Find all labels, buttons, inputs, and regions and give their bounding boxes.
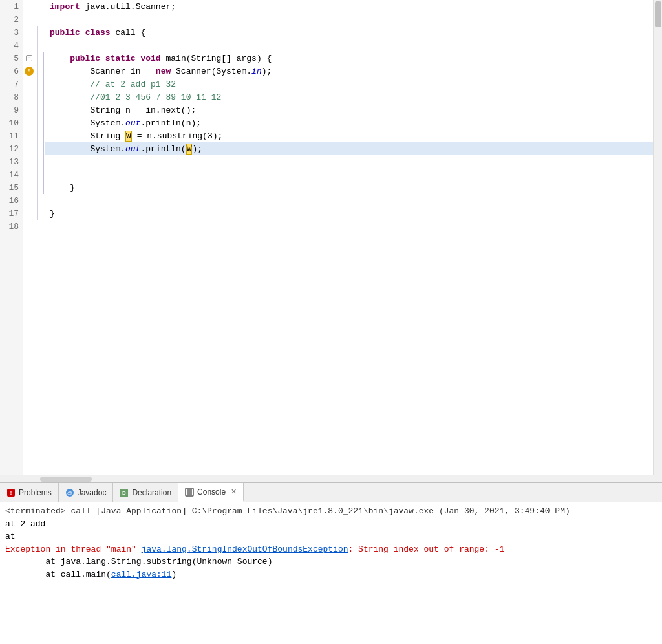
declaration-tab-label: Declaration: [132, 488, 171, 497]
h-scroll-thumb[interactable]: [40, 477, 92, 482]
bracket-cell-18: [36, 220, 45, 233]
exception-prefix: Exception in thread "main": [5, 544, 142, 554]
console-tab-label: Console: [197, 488, 226, 497]
decoration-cell-12: [23, 142, 36, 155]
console-line-0: at 2 add: [5, 518, 657, 531]
console-line-3: at java.lang.String.substring(Unknown So…: [5, 555, 657, 568]
decoration-cell-6[interactable]: !: [23, 65, 36, 78]
code-line-1: import java.util.Scanner;: [45, 0, 653, 13]
decoration-cell-1: [23, 0, 36, 13]
console-line-4: at call.main(call.java:11): [5, 568, 657, 581]
line-number-13: 13: [0, 155, 23, 168]
svg-text:!: !: [10, 489, 12, 496]
collapse-button-line-5[interactable]: −: [26, 55, 32, 61]
line-number-5: 5: [0, 52, 23, 65]
line-number-1: 1: [0, 0, 23, 13]
line-number-15: 15: [0, 181, 23, 194]
code-line-18: [45, 220, 653, 233]
tab-javadoc[interactable]: @Javadoc: [59, 483, 114, 502]
decoration-cell-4: [23, 39, 36, 52]
decoration-cell-5[interactable]: −: [23, 52, 36, 65]
code-line-11: String W = n.substring(3);: [45, 129, 653, 142]
code-line-2: [45, 13, 653, 26]
decoration-cell-17: [23, 207, 36, 220]
code-line-6: Scanner in = new Scanner(System.in);: [45, 65, 653, 78]
code-line-13: [45, 155, 653, 168]
console-line-1: at: [5, 530, 657, 543]
editor-area: 123456789101112131415161718 −! import ja…: [0, 0, 662, 482]
svg-text:D: D: [123, 490, 127, 496]
tab-console[interactable]: Console✕: [178, 483, 244, 502]
line-number-6: 6: [0, 65, 23, 78]
exception-link[interactable]: java.lang.StringIndexOutOfBoundsExceptio…: [142, 544, 348, 554]
line-number-2: 2: [0, 13, 23, 26]
line-number-3: 3: [0, 26, 23, 39]
line-number-14: 14: [0, 168, 23, 181]
code-line-14: [45, 168, 653, 181]
code-line-17: }: [45, 207, 653, 220]
line-number-18: 18: [0, 220, 23, 233]
scrollbar-thumb[interactable]: [655, 1, 661, 27]
console-panel[interactable]: <terminated> call [Java Application] C:\…: [0, 502, 662, 644]
code-scroll-area[interactable]: import java.util.Scanner;public class ca…: [45, 0, 653, 475]
decoration-cell-15[interactable]: [23, 181, 36, 194]
decoration-cell-16: [23, 194, 36, 207]
bracket-column: [36, 0, 45, 475]
line-number-16: 16: [0, 194, 23, 207]
code-line-4: [45, 39, 653, 52]
code-line-15: }: [45, 181, 653, 194]
decoration-cell-3: [23, 26, 36, 39]
bracket-cell-2: [36, 13, 45, 26]
decoration-cell-2: [23, 13, 36, 26]
line-number-10: 10: [0, 116, 23, 129]
line-number-4: 4: [0, 39, 23, 52]
line-number-7: 7: [0, 78, 23, 91]
line-number-9: 9: [0, 103, 23, 116]
vertical-scrollbar[interactable]: [653, 0, 662, 475]
console-terminated-line: <terminated> call [Java Application] C:\…: [5, 505, 657, 518]
line-number-11: 11: [0, 129, 23, 142]
problems-tab-icon: !: [6, 488, 16, 497]
code-line-12: System.out.println(W);: [45, 142, 653, 155]
warning-icon-line-6: !: [25, 67, 34, 76]
decoration-column: −!: [23, 0, 36, 475]
console-tab-icon: [185, 488, 194, 497]
var-highlight: W: [125, 131, 132, 142]
line-numbers-gutter: 123456789101112131415161718: [0, 0, 23, 475]
console-tab-close[interactable]: ✕: [231, 488, 237, 496]
javadoc-tab-label: Javadoc: [78, 488, 107, 497]
decoration-cell-18: [23, 220, 36, 233]
line-number-8: 8: [0, 91, 23, 103]
decoration-cell-13: [23, 155, 36, 168]
declaration-tab-icon: D: [120, 488, 129, 497]
code-container: 123456789101112131415161718 −! import ja…: [0, 0, 662, 475]
code-line-5: public static void main(String[] args) {: [45, 52, 653, 65]
code-line-10: System.out.println(n);: [45, 116, 653, 129]
bottom-tab-bar: !Problems@JavadocDDeclarationConsole✕: [0, 482, 662, 502]
svg-rect-7: [187, 489, 192, 495]
code-line-7: // at 2 add p1 32: [45, 78, 653, 91]
problems-tab-label: Problems: [19, 488, 52, 497]
decoration-cell-7: [23, 78, 36, 91]
console-file-link[interactable]: call.java:11: [111, 570, 172, 579]
tab-problems[interactable]: !Problems: [0, 483, 59, 502]
decoration-cell-11: [23, 129, 36, 142]
decoration-cell-8: [23, 91, 36, 103]
svg-text:@: @: [67, 490, 72, 496]
javadoc-tab-icon: @: [65, 488, 74, 497]
console-line-2: Exception in thread "main" java.lang.Str…: [5, 543, 657, 556]
exception-suffix: : String index out of range: -1: [348, 544, 505, 554]
horizontal-scrollbar[interactable]: [0, 475, 662, 482]
decoration-cell-9: [23, 103, 36, 116]
tab-declaration[interactable]: DDeclaration: [113, 483, 178, 502]
code-line-3: public class call {: [45, 26, 653, 39]
code-line-9: String n = in.next();: [45, 103, 653, 116]
decoration-cell-14: [23, 168, 36, 181]
decoration-cell-10: [23, 116, 36, 129]
bracket-cell-1: [36, 0, 45, 13]
code-line-8: //01 2 3 456 7 89 10 11 12: [45, 91, 653, 103]
line-number-12: 12: [0, 142, 23, 155]
var-highlight: W: [186, 144, 193, 155]
code-line-16: [45, 194, 653, 207]
line-number-17: 17: [0, 207, 23, 220]
